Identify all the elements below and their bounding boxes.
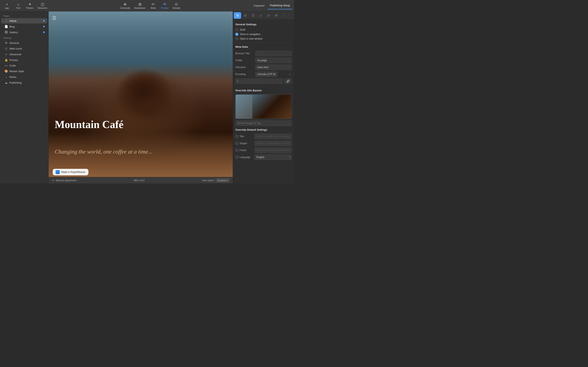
footer-override-input[interactable] [255, 148, 292, 153]
add-button[interactable]: ＋ Add [2, 1, 12, 11]
language-override-checkbox[interactable] [235, 156, 238, 159]
sidebar-general-label: General [9, 42, 19, 44]
master-style-icon: 🎨 [4, 69, 8, 73]
simulate-button[interactable]: ⊙ Simulate [171, 1, 182, 11]
browser-title-label: Browser Title [235, 52, 254, 55]
meta-data-title: Meta Data [235, 45, 292, 48]
language-select[interactable]: English [255, 155, 292, 160]
sidebar-item-gallery[interactable]: 🖼 Gallery [1, 30, 47, 35]
language-override-label: Language [240, 156, 253, 159]
find-icon: ⌕ [17, 2, 20, 7]
resources-button[interactable]: ◫ Resources [36, 1, 49, 11]
badge-label: Made in RapidWeaver [61, 171, 86, 174]
sidebar-item-publishing[interactable]: ☁ Publishing [1, 80, 47, 85]
home-icon: ⌂ [4, 19, 8, 22]
sidebar-item-general[interactable]: ⚙ General [1, 40, 47, 45]
panel-content: General Settings Draft Show in navigatio… [233, 20, 294, 184]
footer-override-checkbox[interactable] [235, 149, 238, 152]
open-in-new-window-checkbox[interactable] [235, 37, 238, 40]
sidebar-item-advanced[interactable]: ≡ Advanced [1, 52, 47, 57]
tab-panel-7[interactable]: ⋮ [280, 12, 288, 19]
show-in-nav-row: Show in navigation [235, 33, 292, 36]
inspector-button[interactable]: Inspector [251, 2, 267, 9]
title-override-row: Title [235, 134, 292, 139]
sidebar-code-label: Code [9, 64, 16, 67]
title-override-checkbox[interactable] [235, 135, 238, 138]
url-input[interactable] [235, 78, 283, 84]
publishing-setup-button[interactable]: Publishing Setup [268, 2, 292, 9]
cafe-subtitle: Changing the world, one coffee at a time… [55, 149, 152, 155]
sidebar-item-blog[interactable]: 📄 Blog [1, 24, 47, 29]
draft-checkbox[interactable] [235, 28, 238, 31]
cafe-title: Mountain Café [55, 118, 123, 131]
banner-area[interactable] [235, 94, 292, 119]
mode-indicator: Manual adjustment [56, 179, 76, 182]
pencil-icon: ✏ [152, 2, 155, 7]
code-icon: </> [4, 64, 8, 67]
community-label: Community [120, 7, 130, 9]
title-override-label: Title [240, 135, 253, 138]
tab-page-settings[interactable]: ⊞ [234, 12, 241, 19]
preview-content: ☰ Mountain Café Changing the world, one … [49, 11, 233, 184]
panel-tabs: ⊞ ⊟ ⊡ ◇ ⊙ ⚙ ⋮ [233, 11, 294, 20]
draft-label: Draft [240, 28, 245, 31]
sidebar-item-privacy[interactable]: 🔒 Privacy [1, 57, 47, 63]
menu-hamburger-icon[interactable]: ☰ [52, 16, 56, 21]
sidebar-item-home[interactable]: ⌂ Home [1, 18, 47, 24]
sidebar-item-notes[interactable]: ♪ Notes [1, 74, 47, 80]
banner-image [252, 95, 291, 119]
privacy-icon: 🔒 [4, 58, 8, 62]
sidebar-advanced-label: Advanced [9, 53, 21, 56]
general-icon: ⚙ [4, 41, 8, 44]
show-in-nav-label: Show in navigation [240, 33, 260, 36]
title-override-input[interactable] [255, 134, 292, 139]
right-panel: ⊞ ⊟ ⊡ ◇ ⊙ ⚙ ⋮ General Settings Draft Sho… [233, 11, 294, 184]
filename-input[interactable] [255, 65, 292, 70]
sidebar-item-web-icons[interactable]: ◻ Web Icons [1, 46, 47, 51]
tab-panel-4[interactable]: ◇ [257, 12, 264, 19]
slogan-override-checkbox[interactable] [235, 142, 238, 145]
desktop-badge[interactable]: Desktop ▾ [216, 178, 229, 182]
url-link-button[interactable]: 🔗 [285, 78, 292, 84]
marketplace-button[interactable]: ⊞ Marketplace [133, 1, 147, 11]
marketplace-icon: ⊞ [138, 2, 141, 7]
home-dot [43, 20, 45, 22]
override-site-banner-title: Override Site Banner [235, 89, 292, 92]
sidebar-gallery-label: Gallery [9, 31, 18, 34]
sidebar-publishing-label: Publishing [9, 81, 22, 84]
folder-input[interactable] [255, 58, 292, 63]
sidebar-home-label: Home [9, 19, 17, 22]
tab-panel-6[interactable]: ⚙ [273, 12, 280, 19]
eye-icon: 👁 [163, 2, 167, 7]
folder-label: Folder [235, 59, 254, 62]
divider-2 [235, 86, 292, 86]
override-default-settings-title: Override Default Settings [235, 128, 292, 131]
show-in-nav-checkbox[interactable] [235, 33, 238, 36]
toolbar-center: ⊕ Community ⊞ Marketplace ✏ Mode 👁 Previ… [118, 1, 182, 11]
desktop-label: Desktop [217, 179, 226, 182]
sidebar-item-master-style[interactable]: 🎨 Master Style [1, 68, 47, 74]
find-button[interactable]: ⌕ Find [13, 1, 24, 11]
tab-panel-5[interactable]: ⊙ [265, 12, 272, 19]
folder-row: Folder [235, 58, 292, 63]
footer-override-label: Footer [240, 149, 253, 152]
preview-button[interactable]: 👁 Preview [159, 1, 170, 11]
sidebar-item-code[interactable]: </> Code [1, 63, 47, 68]
sidebar-web-icons-label: Web Icons [9, 47, 22, 50]
slogan-override-input[interactable] [255, 141, 292, 146]
coffee-visual [49, 11, 233, 184]
toolbar-left: ＋ Add ⌕ Find ✦ Themes ◫ Resources [2, 1, 49, 11]
mode-button[interactable]: ✏ Mode [148, 1, 159, 11]
toolbar-right: Inspector Publishing Setup [251, 2, 292, 9]
themes-button[interactable]: ✦ Themes [25, 1, 35, 11]
community-button[interactable]: ⊕ Community [118, 1, 132, 11]
marketplace-label: Marketplace [134, 7, 145, 9]
open-in-new-window-row: Open in new window [235, 37, 292, 40]
tab-panel-2[interactable]: ⊟ [242, 12, 249, 19]
tab-panel-3[interactable]: ⊡ [249, 12, 257, 19]
made-in-badge: Made in RapidWeaver [53, 169, 88, 175]
encoding-select[interactable]: Unicode (UTF-8) [255, 72, 277, 77]
banner-alt-tag-input[interactable] [235, 120, 292, 126]
browser-title-input[interactable] [255, 51, 292, 56]
settings-section-label: Settings [0, 35, 48, 40]
